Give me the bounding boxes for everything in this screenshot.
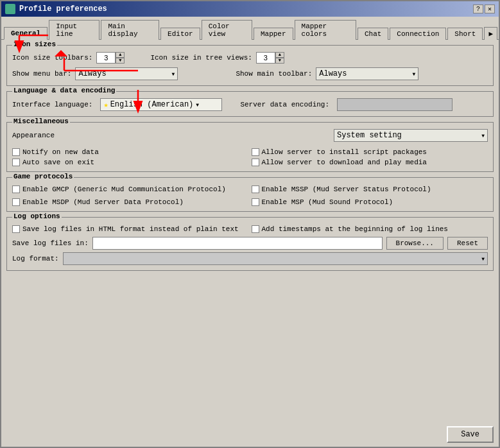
tab-connection[interactable]: Connection <box>390 28 446 40</box>
icon-sizes-label: Icon sizes <box>12 40 57 48</box>
tab-main-display[interactable]: Main display <box>101 20 159 40</box>
show-menu-dropdown[interactable]: Always ▼ <box>75 67 178 80</box>
gmcp-label: Enable GMCP (Generic Mud Communication P… <box>22 185 226 193</box>
tab-overflow-button[interactable]: ▶ <box>484 27 497 40</box>
log-format-arrow-icon: ▼ <box>481 256 485 262</box>
gmcp-row: Enable GMCP (Generic Mud Communication P… <box>12 185 249 193</box>
interface-language-label: Interface language: <box>12 101 92 108</box>
window-title: Profile preferences <box>19 4 107 13</box>
toolbar-size-input[interactable] <box>96 52 116 64</box>
title-bar: Profile preferences ? ✕ <box>1 1 499 17</box>
download-media-label: Allow server to download and play media <box>262 159 427 166</box>
treeview-size-label: Icon size in tree views: <box>150 54 252 62</box>
star-icon: ★ <box>103 100 108 110</box>
help-button[interactable]: ? <box>473 4 483 13</box>
tab-short[interactable]: Short <box>447 28 483 40</box>
save-html-row: Save log files in HTML format instead of… <box>12 225 249 233</box>
treeview-size-down[interactable]: ▼ <box>275 58 284 64</box>
save-in-label: Save log files in: <box>12 239 89 247</box>
install-scripts-checkbox[interactable] <box>252 148 259 156</box>
show-toolbar-arrow-icon: ▼ <box>412 71 415 77</box>
close-button[interactable]: ✕ <box>485 4 495 13</box>
game-protocols-label: Game protocols <box>12 173 74 180</box>
mssp-label: Enable MSSP (Mud Server Status Protocol) <box>262 185 431 193</box>
save-html-label: Save log files in HTML format instead of… <box>22 225 239 233</box>
log-format-dropdown[interactable]: ▼ <box>63 252 488 265</box>
show-toolbar-dropdown[interactable]: Always ▼ <box>316 67 418 80</box>
icon-sizes-section: Icon sizes Icon size toolbars: ▲ ▼ <box>6 45 494 86</box>
toolbar-size-down[interactable]: ▼ <box>116 58 125 64</box>
download-media-checkbox[interactable] <box>252 159 259 166</box>
toolbar-size-label: Icon size toolbars: <box>12 54 92 62</box>
show-menu-label: Show menu bar: <box>12 70 71 78</box>
tab-color-view[interactable]: Color view <box>202 20 252 40</box>
mssp-row: Enable MSSP (Mud Server Status Protocol) <box>252 185 488 193</box>
add-timestamps-checkbox[interactable] <box>252 225 259 233</box>
svg-rect-0 <box>7 6 10 8</box>
svg-rect-3 <box>11 10 13 12</box>
tab-bar: General Input line Main display Editor C… <box>1 17 499 40</box>
tab-mapper-colors[interactable]: Mapper colors <box>295 20 356 40</box>
appearance-dropdown[interactable]: System setting ▼ <box>334 129 488 142</box>
log-options-label: Log options <box>12 212 62 220</box>
svg-rect-1 <box>11 6 13 8</box>
miscellaneous-label: Miscellaneous <box>12 117 70 125</box>
language-section: Language & data encoding Interface langu… <box>6 91 494 117</box>
game-protocols-section: Game protocols Enable GMCP (Generic Mud … <box>6 177 494 212</box>
server-encoding-dropdown[interactable] <box>337 98 453 111</box>
notify-label: Notify on new data <box>22 148 99 156</box>
install-scripts-row: Allow server to install script packages <box>252 148 488 156</box>
tab-chat[interactable]: Chat <box>358 28 388 40</box>
tab-editor[interactable]: Editor <box>160 28 200 40</box>
add-timestamps-row: Add timestamps at the beginning of log l… <box>252 225 488 233</box>
show-toolbar-label: Show main toolbar: <box>236 70 312 78</box>
treeview-size-up[interactable]: ▲ <box>275 52 284 58</box>
add-timestamps-label: Add timestamps at the beginning of log l… <box>262 225 448 233</box>
log-options-section: Log options Save log files in HTML forma… <box>6 217 494 271</box>
autosave-row: Auto save on exit <box>12 159 249 166</box>
bottom-bar: Save <box>1 422 499 447</box>
msp-label: Enable MSP (Mud Sound Protocol) <box>262 198 393 206</box>
tab-input-line[interactable]: Input line <box>49 20 99 40</box>
mssp-checkbox[interactable] <box>252 185 259 193</box>
save-html-checkbox[interactable] <box>12 225 20 233</box>
appearance-arrow-icon: ▼ <box>481 133 485 139</box>
server-encoding-label: Server data encoding: <box>240 101 329 108</box>
appearance-label: Appearance <box>12 132 55 139</box>
browse-button[interactable]: Browse... <box>386 237 444 250</box>
show-menu-arrow-icon: ▼ <box>172 71 175 77</box>
install-scripts-label: Allow server to install script packages <box>262 148 427 156</box>
window-icon <box>5 4 15 14</box>
treeview-size-input[interactable] <box>256 52 275 64</box>
gmcp-checkbox[interactable] <box>12 185 20 193</box>
language-arrow-icon: ▼ <box>196 102 199 108</box>
reset-button[interactable]: Reset <box>447 237 488 250</box>
save-in-input[interactable] <box>92 237 383 250</box>
language-label: Language & data encoding <box>12 87 116 94</box>
autosave-label: Auto save on exit <box>22 159 94 166</box>
interface-language-dropdown[interactable]: ★ English (American) ▼ <box>100 98 222 111</box>
notify-checkbox[interactable] <box>12 148 20 156</box>
svg-rect-2 <box>7 10 10 12</box>
msp-checkbox[interactable] <box>252 198 259 206</box>
msdp-row: Enable MSDP (Mud Server Data Protocol) <box>12 198 249 206</box>
tab-general[interactable]: General <box>4 27 47 40</box>
miscellaneous-section: Miscellaneous Appearance System setting … <box>6 122 494 172</box>
autosave-checkbox[interactable] <box>12 159 20 166</box>
msp-row: Enable MSP (Mud Sound Protocol) <box>252 198 488 206</box>
log-format-label: Log format: <box>12 255 59 263</box>
toolbar-size-up[interactable]: ▲ <box>116 52 125 58</box>
save-button[interactable]: Save <box>447 426 494 443</box>
tab-mapper[interactable]: Mapper <box>254 28 293 40</box>
content-area: Icon sizes Icon size toolbars: ▲ ▼ <box>1 40 499 422</box>
msdp-checkbox[interactable] <box>12 198 20 206</box>
notify-row: Notify on new data <box>12 148 249 156</box>
download-media-row: Allow server to download and play media <box>252 159 488 166</box>
msdp-label: Enable MSDP (Mud Server Data Protocol) <box>22 198 184 206</box>
